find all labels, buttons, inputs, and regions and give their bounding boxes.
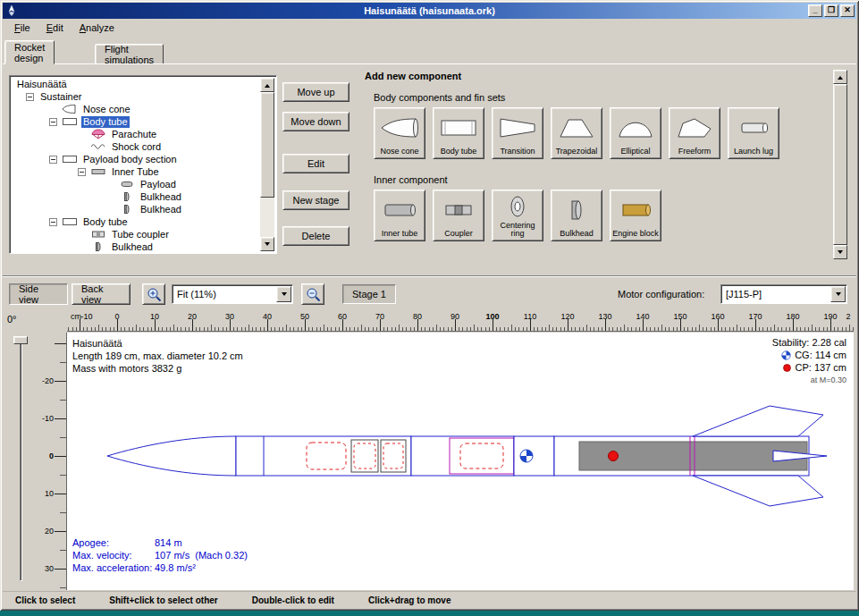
add-body-tube-button[interactable]: Body tube (433, 107, 484, 159)
tree-item-label[interactable]: Nose cone (81, 104, 132, 115)
add-elliptical-fin-button[interactable]: Elliptical (610, 107, 661, 159)
cp-value: CP: 137 cm (796, 361, 846, 374)
back-view-button[interactable]: Back view (72, 283, 131, 305)
titlebar[interactable]: Haisunäätä (haisunaata.ork) _ ❐ ✕ (3, 3, 856, 19)
tree-item-label[interactable]: Tube coupler (110, 229, 171, 240)
add-panel-scrollbar-thumb[interactable] (833, 84, 847, 245)
max-velocity-label: Max. velocity: (72, 549, 155, 561)
scroll-down-icon[interactable] (260, 237, 274, 251)
tree-item-label[interactable]: Bulkhead (139, 191, 183, 203)
chevron-down-icon[interactable] (276, 286, 291, 302)
coupler-icon (439, 198, 478, 222)
side-view-button[interactable]: Side view (9, 283, 68, 305)
tree-item-label[interactable]: Shock cord (110, 141, 163, 153)
add-nose-cone-button[interactable]: Nose cone (374, 107, 425, 159)
add-launch-lug-button[interactable]: Launch lug (728, 107, 779, 159)
move-down-button[interactable]: Move down (282, 112, 349, 131)
tree-item-rocket[interactable]: Haisunäätä (12, 78, 260, 90)
tree-item-label[interactable]: Sustainer (38, 91, 83, 103)
menubar: File Edit Analyze (3, 19, 856, 37)
add-transition-button[interactable]: Transition (492, 107, 543, 159)
tree-item-label[interactable]: Payload (139, 179, 178, 190)
move-up-button[interactable]: Move up (282, 82, 349, 102)
tree-item-label[interactable]: Body tube (81, 216, 130, 228)
minimize-button[interactable]: _ (808, 4, 822, 17)
scroll-up-icon[interactable] (260, 78, 274, 92)
vertical-ruler: -20 -10 0 10 20 30 (47, 333, 67, 590)
tree-item-tube-coupler[interactable]: Tube coupler (12, 228, 260, 240)
tree-collapse-icon[interactable] (26, 93, 34, 101)
chevron-down-icon[interactable] (830, 286, 846, 302)
shock-cord-icon (90, 141, 106, 152)
tree-item-label[interactable]: Bulkhead (110, 241, 155, 252)
rocket-view-canvas[interactable]: Haisunäätä Length 189 cm, max. diameter … (67, 333, 854, 590)
menu-file[interactable]: File (6, 21, 38, 35)
new-stage-button[interactable]: New stage (282, 190, 349, 210)
tree-item-bulkhead[interactable]: Bulkhead (12, 240, 260, 251)
tree-scrollbar[interactable] (260, 78, 274, 251)
menu-analyze[interactable]: Analyze (72, 21, 122, 35)
edit-button[interactable]: Edit (282, 154, 349, 173)
tree-item-label[interactable]: Inner Tube (110, 166, 161, 178)
tab-flight-simulations[interactable]: Flight simulations (95, 44, 164, 64)
tree-item-body-tube[interactable]: Body tube (12, 115, 260, 128)
tree-collapse-icon[interactable] (78, 168, 86, 176)
scroll-up-icon[interactable] (833, 70, 847, 84)
maximize-button[interactable]: ❐ (824, 4, 838, 17)
component-tree[interactable]: Haisunäätä Sustainer Nose cone Body tube… (9, 75, 277, 254)
menu-edit[interactable]: Edit (38, 21, 72, 35)
tree-item-inner-tube[interactable]: Inner Tube (12, 165, 260, 178)
nose-cone-icon (62, 104, 78, 114)
zoom-in-button[interactable] (142, 283, 165, 305)
tree-item-label[interactable]: Haisunäätä (15, 79, 69, 90)
slider-thumb[interactable] (13, 336, 28, 344)
tree-collapse-icon[interactable] (49, 118, 57, 126)
body-components-label: Body components and fin sets (374, 92, 505, 103)
inner-tube-icon (90, 166, 106, 177)
tree-collapse-icon[interactable] (49, 156, 57, 164)
tree-item-body-tube-2[interactable]: Body tube (12, 215, 260, 228)
tree-item-nose-cone[interactable]: Nose cone (12, 103, 260, 115)
tree-item-payload-section[interactable]: Payload body section (12, 153, 260, 165)
tree-item-label[interactable]: Parachute (110, 129, 158, 140)
bulkhead-icon (90, 241, 106, 251)
add-freeform-fin-button[interactable]: Freeform (669, 107, 720, 159)
add-bulkhead-button[interactable]: Bulkhead (551, 190, 602, 241)
tree-item-parachute[interactable]: Parachute (12, 128, 260, 140)
motor-configuration-select[interactable]: [J115-P] (720, 284, 847, 304)
tree-item-stage[interactable]: Sustainer (12, 90, 260, 103)
add-trapezoidal-fin-button[interactable]: Trapezoidal (551, 107, 602, 159)
tree-collapse-icon[interactable] (49, 218, 57, 226)
add-coupler-button[interactable]: Coupler (433, 190, 484, 241)
tree-item-payload[interactable]: Payload (12, 178, 260, 190)
tree-scrollbar-thumb[interactable] (260, 92, 274, 198)
rocket-name: Haisunäätä (72, 337, 243, 350)
add-panel-scrollbar[interactable] (833, 70, 847, 259)
cg-marker (520, 450, 533, 462)
zoom-out-button[interactable] (301, 283, 324, 305)
rotation-slider[interactable] (13, 334, 29, 583)
tree-item-label[interactable]: Bulkhead (139, 204, 183, 215)
tree-item-label[interactable]: Payload body section (81, 154, 179, 165)
tree-item-label-selected[interactable]: Body tube (81, 116, 130, 128)
launch-lug-icon (734, 116, 773, 139)
cg-value: CG: 114 cm (795, 349, 846, 361)
scroll-down-icon[interactable] (833, 245, 847, 259)
add-engine-block-button[interactable]: Engine block (610, 190, 661, 241)
elliptical-fin-icon (616, 116, 655, 139)
add-component-panel: Add new component Body components and fi… (358, 70, 847, 259)
hint-double-click: Double-click to edit (252, 595, 334, 605)
tree-item-shock-cord[interactable]: Shock cord (12, 140, 260, 153)
tree-item-bulkhead[interactable]: Bulkhead (12, 190, 260, 203)
transition-icon (498, 116, 537, 139)
zoom-level-select[interactable]: Fit (11%) (172, 284, 293, 304)
close-button[interactable]: ✕ (840, 4, 855, 17)
tree-item-bulkhead[interactable]: Bulkhead (12, 203, 260, 215)
tab-rocket-design[interactable]: Rocket design (4, 40, 55, 64)
add-centering-ring-button[interactable]: Centering ring (492, 190, 543, 241)
statusbar: Click to select Shift+click to select ot… (3, 591, 856, 608)
add-inner-tube-button[interactable]: Inner tube (374, 190, 425, 241)
slider-track[interactable] (20, 336, 22, 581)
stage-1-toggle[interactable]: Stage 1 (342, 284, 396, 304)
delete-button[interactable]: Delete (282, 226, 349, 246)
